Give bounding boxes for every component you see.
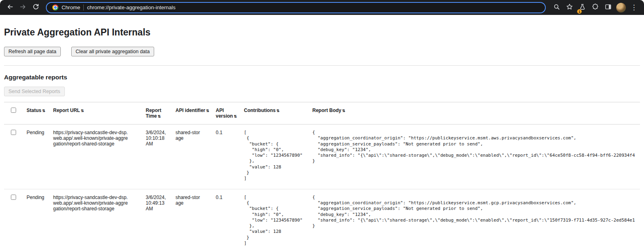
reports-table: Status⇅ Report URL⇅ Report Time⇅ API ide… xyxy=(4,102,640,251)
browser-menu-button[interactable]: ⋮ xyxy=(628,2,640,14)
header-report-url[interactable]: Report URL⇅ xyxy=(53,102,146,124)
send-reports-row: Send Selected Reports xyxy=(4,87,640,96)
status-cell: Pending xyxy=(27,124,53,189)
report-url-cell: https://privacy-sandcastle-dev-dsp.web.a… xyxy=(53,124,146,189)
url-text: chrome://private-aggregation-internals xyxy=(87,4,175,10)
sort-icon: ⇅ xyxy=(206,109,209,113)
report-body-cell: { "aggregation_coordinator_origin": "htt… xyxy=(312,189,640,251)
report-url-cell: https://privacy-sandcastle-dev-dsp.web.a… xyxy=(53,189,146,251)
side-panel-button[interactable] xyxy=(602,2,614,14)
forward-button[interactable] xyxy=(17,2,29,14)
zoom-button[interactable] xyxy=(551,2,563,14)
extension-badge: 1 xyxy=(577,9,582,14)
table-row: Pending https://privacy-sandcastle-dev-d… xyxy=(4,124,640,189)
bookmark-button[interactable] xyxy=(564,2,576,14)
back-icon xyxy=(6,3,14,12)
api-identifier-cell: shared-storage xyxy=(175,189,216,251)
header-contributions[interactable]: Contributions⇅ xyxy=(244,102,312,124)
sort-icon: ⇅ xyxy=(81,109,84,113)
chrome-logo-icon xyxy=(52,4,58,10)
api-version-cell: 0.1 xyxy=(216,124,244,189)
reload-button[interactable] xyxy=(30,2,42,14)
browser-toolbar: Chrome chrome://private-aggregation-inte… xyxy=(0,0,644,15)
select-all-cell xyxy=(4,102,27,124)
status-cell: Pending xyxy=(27,189,53,251)
section-divider xyxy=(4,65,640,66)
forward-icon xyxy=(19,3,27,12)
extensions-button[interactable] xyxy=(589,2,601,14)
extension-action-button[interactable]: 1 xyxy=(576,2,588,14)
report-time-cell: 3/6/2024, 10:10:18 AM xyxy=(146,124,175,189)
table-row: Pending https://privacy-sandcastle-dev-d… xyxy=(4,189,640,251)
contributions-cell: [ { "bucket": { "high": "0", "low": "123… xyxy=(244,189,312,251)
select-all-checkbox[interactable] xyxy=(11,108,16,113)
row-select-checkbox[interactable] xyxy=(11,130,16,135)
report-body-cell: { "aggregation_coordinator_origin": "htt… xyxy=(312,124,640,189)
sort-icon: ⇅ xyxy=(234,114,237,118)
aggregatable-reports-heading: Aggregatable reports xyxy=(4,74,640,81)
zoom-icon xyxy=(553,3,560,12)
header-api-version[interactable]: API version⇅ xyxy=(216,102,244,124)
kebab-menu-icon: ⋮ xyxy=(631,4,638,11)
header-api-identifier[interactable]: API identifier⇅ xyxy=(175,102,216,124)
contributions-cell: [ { "bucket": { "high": "0", "low": "123… xyxy=(244,124,312,189)
header-report-body[interactable]: Report Body⇅ xyxy=(312,102,640,124)
table-header-row: Status⇅ Report URL⇅ Report Time⇅ API ide… xyxy=(4,102,640,124)
address-bar[interactable]: Chrome chrome://private-aggregation-inte… xyxy=(46,2,546,13)
puzzle-icon xyxy=(592,3,599,12)
api-version-cell: 0.1 xyxy=(216,189,244,251)
api-identifier-cell: shared-storage xyxy=(175,124,216,189)
star-icon xyxy=(566,3,573,12)
reload-icon xyxy=(32,3,39,12)
header-report-time[interactable]: Report Time⇅ xyxy=(146,102,175,124)
page-title: Private Aggregation API Internals xyxy=(4,27,640,38)
sort-icon: ⇅ xyxy=(42,109,45,113)
sort-icon: ⇅ xyxy=(158,114,161,118)
back-button[interactable] xyxy=(4,2,16,14)
report-time-cell: 3/6/2024, 10:49:13 AM xyxy=(146,189,175,251)
sort-icon: ⇅ xyxy=(342,109,345,113)
clear-all-button[interactable]: Clear all private aggregation data xyxy=(71,47,154,56)
sort-icon: ⇅ xyxy=(277,109,280,113)
row-select-cell xyxy=(4,124,27,189)
row-select-checkbox[interactable] xyxy=(11,195,16,200)
site-chip: Chrome xyxy=(62,4,80,10)
page-actions: Refresh all page data Clear all private … xyxy=(4,47,640,56)
header-status[interactable]: Status⇅ xyxy=(27,102,53,124)
send-selected-reports-button[interactable]: Send Selected Reports xyxy=(4,87,65,96)
page-content: Private Aggregation API Internals Refres… xyxy=(0,27,644,251)
profile-button[interactable] xyxy=(615,2,627,14)
side-panel-icon xyxy=(605,3,612,12)
refresh-all-button[interactable]: Refresh all page data xyxy=(4,47,61,56)
row-select-cell xyxy=(4,189,27,251)
chip-separator xyxy=(83,4,84,10)
avatar xyxy=(616,3,626,12)
